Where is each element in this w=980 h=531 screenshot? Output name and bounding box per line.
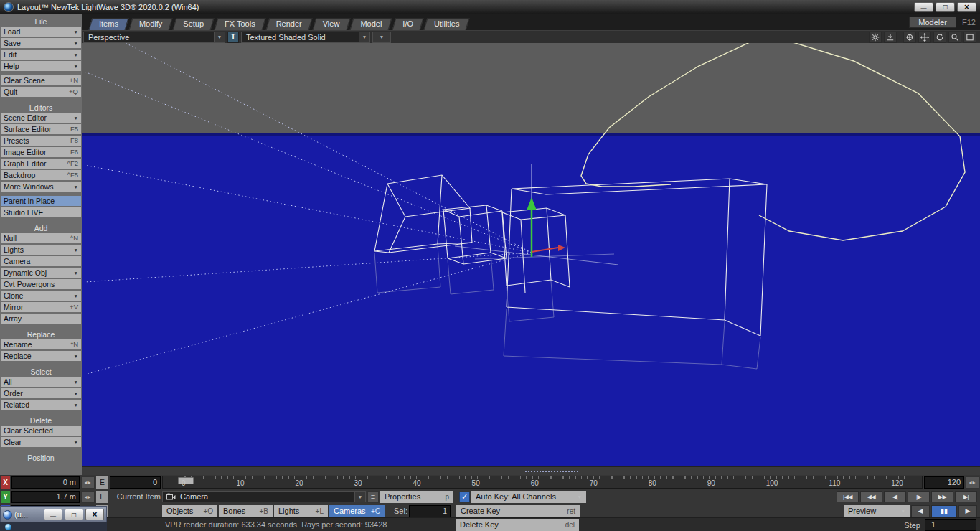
create-key-button[interactable]: Create Key ret <box>456 505 580 517</box>
tab-view[interactable]: View <box>314 18 349 30</box>
play-reverse-button[interactable]: ◀ <box>911 505 930 517</box>
chevron-down-icon <box>74 181 78 192</box>
item-list-button[interactable]: ≡ <box>367 491 379 503</box>
sidebar-item-lights[interactable]: Lights <box>1 245 81 255</box>
sidebar-item-scene-editor[interactable]: Scene Editor <box>1 113 81 123</box>
pause-button[interactable]: ▮▮ <box>931 505 957 517</box>
end-frame-stepper[interactable] <box>966 476 979 489</box>
modeler-button[interactable]: Modeler <box>909 17 956 28</box>
play-forward-button[interactable]: ▶ <box>958 505 977 517</box>
y-position-field[interactable]: 1.7 m <box>11 491 80 503</box>
chevron-down-icon <box>74 290 78 301</box>
auto-key-checkbox[interactable] <box>459 492 470 502</box>
close-button[interactable] <box>957 2 976 12</box>
sidebar-item-related[interactable]: Related <box>1 400 81 410</box>
tab-fx-tools[interactable]: FX Tools <box>216 18 264 30</box>
sidebar-item-cvt-powergons[interactable]: Cvt Powergons <box>1 279 81 289</box>
sidebar-item-clone[interactable]: Clone <box>1 291 81 301</box>
origin-icon[interactable] <box>903 32 916 43</box>
x-envelope-button[interactable]: E <box>96 476 108 489</box>
sidebar-item-quit[interactable]: Quit+Q <box>1 87 81 97</box>
delete-key-button[interactable]: Delete Key del <box>456 519 579 531</box>
next-key-button[interactable]: ▶▶ <box>931 491 953 502</box>
maximize-button[interactable] <box>936 2 955 12</box>
preview-dropdown[interactable]: Preview <box>844 505 910 517</box>
tab-modify[interactable]: Modify <box>131 18 171 30</box>
minimize-button[interactable] <box>914 2 933 12</box>
zoom-icon[interactable] <box>948 32 961 43</box>
current-item-dropdown[interactable]: Camera <box>162 491 366 502</box>
sidebar-item-clear-selected[interactable]: Clear Selected <box>1 426 81 436</box>
tab-model[interactable]: Model <box>352 18 390 30</box>
overlay-restore-button[interactable] <box>65 509 83 520</box>
sidebar-item-image-editor[interactable]: Image EditorF6 <box>1 147 81 157</box>
sidebar-item-presets[interactable]: PresetsF8 <box>1 136 81 146</box>
x-stepper[interactable] <box>81 476 95 489</box>
timeline-scrubber[interactable] <box>178 477 194 484</box>
cameras-button[interactable]: Cameras +C <box>329 505 385 517</box>
sidebar-item-backdrop[interactable]: Backdrop^F5 <box>1 170 81 180</box>
taskbar-app-icon[interactable] <box>5 524 11 530</box>
step-label: Step <box>904 521 920 530</box>
previous-frame-button[interactable]: ◀| <box>884 491 906 502</box>
y-stepper[interactable] <box>81 491 95 503</box>
auto-key-dropdown[interactable]: Auto Key: All Channels <box>471 491 586 503</box>
tab-items[interactable]: Items <box>90 18 127 30</box>
end-frame-field[interactable]: 120 <box>924 476 964 489</box>
sidebar-item-save[interactable]: Save <box>1 38 81 48</box>
sidebar-item-mirror[interactable]: Mirror+V <box>1 302 81 312</box>
rotate-view-icon[interactable] <box>933 32 946 43</box>
overlay-minimize-button[interactable] <box>44 509 62 520</box>
shading-mode-dropdown[interactable]: Textured Shaded Solid <box>241 32 370 43</box>
step-field[interactable]: 1 <box>925 519 976 531</box>
gear-icon[interactable] <box>869 32 882 43</box>
maximize-viewport-icon[interactable] <box>963 32 976 43</box>
export-icon[interactable] <box>884 32 897 43</box>
tab-io[interactable]: I/O <box>394 18 422 30</box>
pan-icon[interactable] <box>918 32 931 43</box>
viewport-canvas[interactable] <box>82 43 980 466</box>
sidebar-section-replace: Replace <box>0 330 82 339</box>
sidebar-item-help[interactable]: Help <box>1 61 81 71</box>
lights-button[interactable]: Lights +L <box>274 505 328 517</box>
sidebar-item-all[interactable]: All <box>1 377 81 387</box>
go-to-end-button[interactable]: ▶| <box>955 491 977 502</box>
timeline[interactable]: 0 10 20 30 40 50 60 70 80 90 100 110 120 <box>162 476 923 489</box>
sidebar-item-array[interactable]: Array <box>1 314 81 324</box>
sidebar: File Load Save Edit Help Clear Scene+N Q… <box>0 14 82 475</box>
previous-key-button[interactable]: ◀◀ <box>860 491 882 502</box>
sidebar-item-null[interactable]: Null^N <box>1 233 81 243</box>
chevron-down-icon <box>74 399 78 410</box>
close-icon <box>92 509 97 520</box>
overlay-close-button[interactable] <box>85 509 104 520</box>
properties-button[interactable]: Properties p <box>380 491 453 503</box>
motion-path-dots <box>525 471 578 472</box>
sidebar-item-camera[interactable]: Camera <box>1 256 81 266</box>
sidebar-item-clear-scene[interactable]: Clear Scene+N <box>1 75 81 85</box>
tab-setup[interactable]: Setup <box>174 18 212 30</box>
sidebar-item-graph-editor[interactable]: Graph Editor^F2 <box>1 159 81 169</box>
sidebar-item-edit[interactable]: Edit <box>1 50 81 60</box>
objects-button[interactable]: Objects +O <box>162 505 217 517</box>
x-position-field[interactable]: 0 m <box>11 476 80 489</box>
sidebar-item-more-windows[interactable]: More Windows <box>1 182 81 192</box>
next-frame-button[interactable]: |▶ <box>908 491 930 502</box>
sidebar-item-parent-in-place[interactable]: Parent in Place <box>1 196 81 206</box>
sidebar-item-surface-editor[interactable]: Surface EditorF5 <box>1 124 81 134</box>
sidebar-item-dynamic-obj[interactable]: Dynamic Obj <box>1 268 81 278</box>
view-mode-dropdown[interactable]: Perspective <box>83 32 225 43</box>
sidebar-item-rename[interactable]: Rename*N <box>1 339 81 349</box>
close-icon <box>964 3 969 11</box>
viewport-options-dropdown[interactable] <box>372 32 391 43</box>
sidebar-item-load[interactable]: Load <box>1 27 81 37</box>
bones-button[interactable]: Bones +B <box>219 505 273 517</box>
current-frame-field[interactable]: 0 <box>110 476 161 489</box>
sidebar-item-order[interactable]: Order <box>1 388 81 398</box>
sidebar-item-studio-live[interactable]: Studio LIVE <box>1 207 81 217</box>
y-envelope-button[interactable]: E <box>96 491 108 503</box>
sidebar-item-replace[interactable]: Replace <box>1 351 81 361</box>
sidebar-item-clear[interactable]: Clear <box>1 437 81 447</box>
tab-render[interactable]: Render <box>268 18 311 30</box>
go-to-start-button[interactable]: |◀◀ <box>837 491 859 502</box>
tab-utilities[interactable]: Utilities <box>425 18 468 30</box>
